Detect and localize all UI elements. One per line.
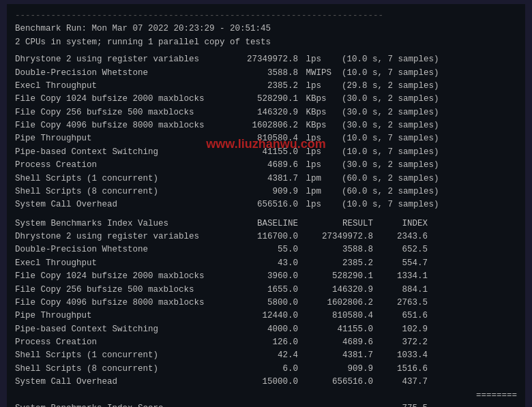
index-header-label: System Benchmarks Index Values: [15, 217, 223, 230]
result-unit: KBps: [298, 106, 337, 119]
index-row-baseline: 3960.0: [223, 270, 298, 283]
result-samples: (10.0 s, 7 samples): [337, 67, 439, 80]
index-row: Shell Scripts (1 concurrent) 42.44381.71…: [15, 349, 517, 362]
index-row-baseline: 55.0: [223, 243, 298, 256]
result-samples: (60.0 s, 2 samples): [337, 172, 439, 185]
score-label: System Benchmarks Index Score: [15, 402, 373, 407]
result-value: 656516.0: [223, 198, 298, 211]
index-row-index: 1516.6: [373, 363, 428, 376]
index-row-label: Dhrystone 2 using register variables: [15, 230, 223, 243]
result-unit: lpm: [298, 185, 337, 198]
index-row-result: 27349972.8: [298, 230, 373, 243]
index-row-result: 1602806.2: [298, 297, 373, 310]
result-samples: (60.0 s, 2 samples): [337, 185, 439, 198]
result-value: 27349972.8: [223, 53, 298, 66]
index-row-baseline: 5800.0: [223, 297, 298, 310]
index-row-result: 4689.6: [298, 336, 373, 349]
index-row-baseline: 42.4: [223, 349, 298, 362]
index-row-index: 652.5: [373, 243, 428, 256]
index-row: Shell Scripts (8 concurrent) 6.0909.9151…: [15, 363, 517, 376]
index-header-baseline: BASELINE: [223, 217, 298, 230]
result-label: File Copy 4096 bufsize 8000 maxblocks: [15, 119, 223, 132]
index-row-index: 1334.1: [373, 270, 428, 283]
index-row-index: 437.7: [373, 376, 428, 389]
result-row: Pipe-based Context Switching 41155.0 lps…: [15, 146, 517, 159]
index-row-label: Execl Throughput: [15, 257, 223, 270]
index-row: Dhrystone 2 using register variables 116…: [15, 230, 517, 243]
result-row: File Copy 4096 bufsize 8000 maxblocks 16…: [15, 119, 517, 132]
index-row-baseline: 1655.0: [223, 284, 298, 297]
header-line2: 2 CPUs in system; running 1 parallel cop…: [15, 36, 517, 49]
result-value: 528290.1: [223, 93, 298, 106]
result-unit: lpm: [298, 172, 337, 185]
result-value: 146320.9: [223, 106, 298, 119]
result-label: Execl Throughput: [15, 80, 223, 93]
index-row-result: 528290.1: [298, 270, 373, 283]
result-value: 4381.7: [223, 172, 298, 185]
result-value: 909.9: [223, 185, 298, 198]
result-value: 1602806.2: [223, 119, 298, 132]
header-line1: Benchmark Run: Mon Mar 07 2022 20:23:29 …: [15, 22, 517, 35]
result-label: File Copy 1024 bufsize 2000 maxblocks: [15, 93, 223, 106]
result-row: Shell Scripts (1 concurrent) 4381.7 lpm …: [15, 172, 517, 185]
result-row: Shell Scripts (8 concurrent) 909.9 lpm (…: [15, 185, 517, 198]
index-row: File Copy 256 bufsize 500 maxblocks 1655…: [15, 284, 517, 297]
index-row-result: 3588.8: [298, 243, 373, 256]
index-row-result: 656516.0: [298, 376, 373, 389]
result-row: Execl Throughput 2385.2 lps (29.8 s, 2 s…: [15, 80, 517, 93]
result-unit: MWIPS: [298, 67, 337, 80]
index-row-result: 810580.4: [298, 310, 373, 322]
index-row: Pipe Throughput 12440.0810580.4651.6: [15, 310, 517, 322]
index-row-label: Shell Scripts (1 concurrent): [15, 349, 223, 362]
index-row-index: 651.6: [373, 310, 428, 322]
result-label: Pipe Throughput: [15, 132, 223, 145]
index-row-index: 884.1: [373, 284, 428, 297]
index-row-label: Pipe-based Context Switching: [15, 323, 223, 336]
result-samples: (10.0 s, 7 samples): [337, 198, 439, 211]
result-samples: (30.0 s, 2 samples): [337, 106, 439, 119]
result-value: 4689.6: [223, 159, 298, 172]
index-row-index: 102.9: [373, 323, 428, 336]
index-row-result: 41155.0: [298, 323, 373, 336]
result-samples: (30.0 s, 2 samples): [337, 159, 439, 172]
index-row-label: Process Creation: [15, 336, 223, 349]
index-header-result: RESULT: [298, 217, 373, 230]
result-unit: lps: [298, 132, 337, 145]
result-row: Dhrystone 2 using register variables 273…: [15, 53, 517, 66]
index-row-baseline: 6.0: [223, 363, 298, 376]
index-row-result: 4381.7: [298, 349, 373, 362]
result-unit: lps: [298, 159, 337, 172]
result-label: Dhrystone 2 using register variables: [15, 53, 223, 66]
index-row: Process Creation 126.04689.6372.2: [15, 336, 517, 349]
result-label: File Copy 256 bufsize 500 maxblocks: [15, 106, 223, 119]
index-row: File Copy 4096 bufsize 8000 maxblocks 58…: [15, 297, 517, 310]
result-label: Shell Scripts (8 concurrent): [15, 185, 223, 198]
index-row-index: 2763.5: [373, 297, 428, 310]
result-unit: lps: [298, 146, 337, 159]
index-row-label: File Copy 256 bufsize 500 maxblocks: [15, 284, 223, 297]
result-samples: (10.0 s, 7 samples): [337, 132, 439, 145]
result-row: File Copy 1024 bufsize 2000 maxblocks 52…: [15, 93, 517, 106]
index-row: File Copy 1024 bufsize 2000 maxblocks 39…: [15, 270, 517, 283]
result-value: 41155.0: [223, 146, 298, 159]
index-row-label: File Copy 4096 bufsize 8000 maxblocks: [15, 297, 223, 310]
index-row-baseline: 126.0: [223, 336, 298, 349]
index-header: System Benchmarks Index Values BASELINER…: [15, 217, 517, 230]
index-row-baseline: 116700.0: [223, 230, 298, 243]
result-samples: (10.0 s, 7 samples): [337, 146, 439, 159]
index-header-index: INDEX: [373, 217, 428, 230]
separator-top: ----------------------------------------…: [15, 10, 517, 22]
index-row-index: 1033.4: [373, 349, 428, 362]
equals-line: ========: [15, 389, 517, 402]
index-row-result: 909.9: [298, 363, 373, 376]
index-row-label: Shell Scripts (8 concurrent): [15, 363, 223, 376]
index-row-index: 372.2: [373, 336, 428, 349]
index-row-label: System Call Overhead: [15, 376, 223, 389]
result-unit: KBps: [298, 119, 337, 132]
result-value: 3588.8: [223, 67, 298, 80]
result-row: System Call Overhead 656516.0 lps (10.0 …: [15, 198, 517, 211]
score-line: System Benchmarks Index Score775.5: [15, 402, 517, 407]
result-value: 2385.2: [223, 80, 298, 93]
index-row-label: Double-Precision Whetstone: [15, 243, 223, 256]
result-samples: (10.0 s, 7 samples): [337, 53, 439, 66]
